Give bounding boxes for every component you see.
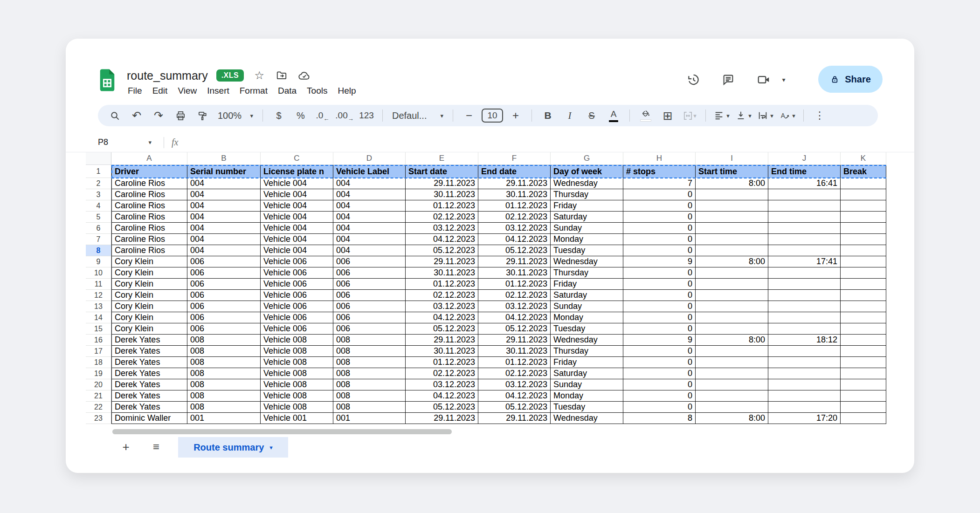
cell[interactable]: 004 xyxy=(333,234,406,245)
cell[interactable] xyxy=(696,234,768,245)
cell[interactable] xyxy=(696,267,768,279)
cell[interactable]: 29.11.2023 xyxy=(478,256,551,267)
comment-icon[interactable] xyxy=(719,70,738,89)
cell[interactable] xyxy=(696,390,768,402)
cell[interactable]: 008 xyxy=(187,335,261,346)
cell[interactable] xyxy=(696,379,768,390)
cell[interactable]: 02.12.2023 xyxy=(478,212,551,223)
cell[interactable] xyxy=(696,323,768,335)
cell[interactable] xyxy=(768,368,841,379)
cell[interactable]: 0 xyxy=(623,234,696,245)
cell[interactable] xyxy=(841,234,886,245)
cell[interactable]: Vehicle 004 xyxy=(261,223,333,234)
cell[interactable] xyxy=(841,368,886,379)
cell[interactable]: 04.12.2023 xyxy=(478,312,551,323)
cell[interactable]: 03.12.2023 xyxy=(406,379,478,390)
row-header-11[interactable]: 11 xyxy=(86,279,111,290)
cell[interactable] xyxy=(768,312,841,323)
cell[interactable]: Friday xyxy=(551,279,623,290)
cell[interactable]: 29.11.2023 xyxy=(478,413,551,424)
cell[interactable] xyxy=(768,379,841,390)
cell[interactable]: 05.12.2023 xyxy=(478,245,551,256)
cell[interactable] xyxy=(768,290,841,301)
row-header-4[interactable]: 4 xyxy=(86,200,111,212)
row-header-5[interactable]: 5 xyxy=(86,212,111,223)
cell[interactable]: 05.12.2023 xyxy=(478,402,551,413)
cell[interactable]: 006 xyxy=(187,312,261,323)
cell[interactable]: Derek Yates xyxy=(111,346,187,357)
cell[interactable]: 04.12.2023 xyxy=(478,390,551,402)
row-header-19[interactable]: 19 xyxy=(86,368,111,379)
cell[interactable]: 004 xyxy=(333,212,406,223)
vertical-align-button[interactable]: ▾ xyxy=(734,107,753,124)
cell[interactable]: Caroline Rios xyxy=(111,178,187,189)
row-header-9[interactable]: 9 xyxy=(86,256,111,267)
row-header-1[interactable]: 1 xyxy=(86,165,111,178)
decrease-font-size-button[interactable]: − xyxy=(460,107,478,124)
currency-format-button[interactable]: $ xyxy=(269,107,288,124)
header-cell[interactable]: Driver xyxy=(111,165,187,178)
cell[interactable]: 008 xyxy=(333,402,406,413)
paint-format-icon[interactable] xyxy=(193,107,212,124)
undo-icon[interactable]: ↶ xyxy=(127,107,146,124)
row-header-2[interactable]: 2 xyxy=(86,178,111,189)
cell[interactable]: Tuesday xyxy=(551,323,623,335)
cell[interactable]: Wednesday xyxy=(551,178,623,189)
cell[interactable]: 008 xyxy=(187,379,261,390)
cell[interactable] xyxy=(841,245,886,256)
cell[interactable]: 04.12.2023 xyxy=(406,234,478,245)
cell[interactable]: 01.12.2023 xyxy=(406,200,478,212)
row-header-16[interactable]: 16 xyxy=(86,335,111,346)
cell[interactable]: 006 xyxy=(187,323,261,335)
cell[interactable]: 006 xyxy=(333,323,406,335)
cell[interactable]: 008 xyxy=(333,368,406,379)
cell[interactable]: 02.12.2023 xyxy=(406,212,478,223)
horizontal-scrollbar[interactable] xyxy=(112,429,452,434)
cell[interactable]: 001 xyxy=(333,413,406,424)
row-header-22[interactable]: 22 xyxy=(86,402,111,413)
column-header-b[interactable]: B xyxy=(187,152,261,165)
cell[interactable] xyxy=(841,346,886,357)
cell[interactable]: 05.12.2023 xyxy=(406,402,478,413)
column-header-e[interactable]: E xyxy=(406,152,478,165)
cell[interactable]: 02.12.2023 xyxy=(406,368,478,379)
increase-decimal-button[interactable]: .00→ xyxy=(335,107,354,124)
cell[interactable]: 17:20 xyxy=(768,413,841,424)
header-cell[interactable]: Serial number xyxy=(187,165,261,178)
cell[interactable]: 004 xyxy=(187,245,261,256)
cell[interactable] xyxy=(768,357,841,368)
cell[interactable] xyxy=(768,223,841,234)
cell[interactable]: 008 xyxy=(333,390,406,402)
fill-color-button[interactable] xyxy=(636,107,655,124)
cell[interactable]: 29.11.2023 xyxy=(478,178,551,189)
camera-dropdown-icon[interactable]: ▾ xyxy=(778,70,790,89)
column-header-k[interactable]: K xyxy=(841,152,886,165)
cell[interactable]: Vehicle 006 xyxy=(261,301,333,312)
cell[interactable]: 0 xyxy=(623,290,696,301)
cell[interactable]: 30.11.2023 xyxy=(478,267,551,279)
cell[interactable]: 7 xyxy=(623,178,696,189)
cell[interactable] xyxy=(696,402,768,413)
cell[interactable]: Tuesday xyxy=(551,245,623,256)
more-options-icon[interactable]: ⋮ xyxy=(810,107,829,124)
cell[interactable]: Sunday xyxy=(551,301,623,312)
cell[interactable]: 008 xyxy=(187,357,261,368)
menu-tools[interactable]: Tools xyxy=(302,85,332,97)
cell[interactable] xyxy=(768,279,841,290)
cell[interactable]: 004 xyxy=(333,200,406,212)
cell[interactable]: 02.12.2023 xyxy=(478,290,551,301)
cell[interactable]: 01.12.2023 xyxy=(406,357,478,368)
cell[interactable]: 30.11.2023 xyxy=(406,267,478,279)
header-cell[interactable]: Vehicle Label xyxy=(333,165,406,178)
horizontal-align-button[interactable]: ▾ xyxy=(712,107,731,124)
row-header-13[interactable]: 13 xyxy=(86,301,111,312)
cell[interactable]: 02.12.2023 xyxy=(406,290,478,301)
cell[interactable]: Caroline Rios xyxy=(111,212,187,223)
cloud-saved-icon[interactable] xyxy=(297,68,311,82)
cell[interactable]: Friday xyxy=(551,200,623,212)
cell[interactable] xyxy=(841,290,886,301)
cell[interactable]: 04.12.2023 xyxy=(478,234,551,245)
header-cell[interactable]: Start time xyxy=(696,165,768,178)
cell[interactable]: Vehicle 008 xyxy=(261,357,333,368)
cell[interactable]: Vehicle 006 xyxy=(261,279,333,290)
